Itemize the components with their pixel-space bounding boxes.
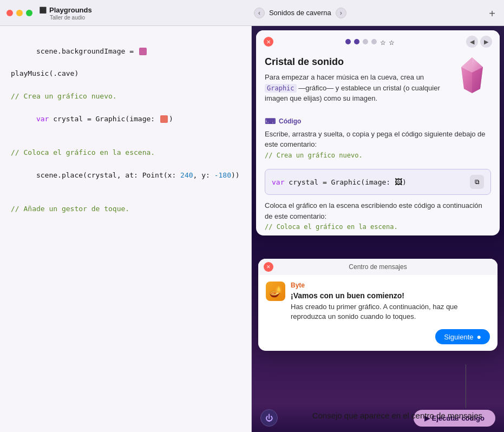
code-snippet-box: var crystal = Graphic(image: 🖼) ⧉ xyxy=(265,169,491,195)
code-section-badge: ⌨ Código xyxy=(265,117,491,126)
inline-code: Graphic xyxy=(265,84,297,93)
card-close-button[interactable]: ✕ xyxy=(264,37,273,47)
nav-title: Sonidos de caverna xyxy=(269,9,331,17)
app-title: ▦ Playgrounds xyxy=(39,5,92,15)
run-icon-button[interactable]: ⏻ xyxy=(260,409,278,427)
code-editor[interactable]: scene.backgroundImage = playMusic(.cave)… xyxy=(0,26,252,432)
annotation-text: Consejo que aparece en el centro de mens… xyxy=(312,410,482,421)
notification-sender: Byte xyxy=(291,282,490,289)
notification-card: ✕ Centro de mensajes 🪔 Byte ¡Vamos con u… xyxy=(258,259,498,351)
comment-code-2: // Coloca el gráfico en la escena. xyxy=(265,223,398,231)
code-line-3: var crystal = Graphic(image: ) xyxy=(11,102,240,136)
notification-header: ✕ Centro de mensajes xyxy=(258,259,498,275)
code-line-empty-1 xyxy=(11,80,240,91)
siguiente-button[interactable]: Siguiente ● xyxy=(435,329,490,344)
notification-text: Has creado tu primer gráfico. A continua… xyxy=(291,302,490,322)
progress-bar-row: ✕ ☆ ☆ ◀ ▶ xyxy=(256,30,500,51)
card-nav: ◀ ▶ xyxy=(466,36,492,48)
notification-close-button[interactable]: ✕ xyxy=(264,262,273,272)
traffic-lights xyxy=(6,10,32,16)
code-comment-3: // Añade un gestor de toque. xyxy=(11,204,240,215)
add-button[interactable]: + xyxy=(489,8,495,20)
notification-title: ¡Vamos con un buen comienzo! xyxy=(291,291,490,300)
notification-body: 🪔 Byte ¡Vamos con un buen comienzo! Has … xyxy=(258,275,498,329)
crystal-icon xyxy=(160,115,168,123)
app-subtitle: Taller de audio xyxy=(50,15,85,21)
nav-prev-button[interactable]: ‹ xyxy=(254,8,265,18)
progress-dots: ☆ ☆ xyxy=(345,39,394,44)
code-line-empty-2 xyxy=(11,136,240,147)
code-snippet-text: var crystal = Graphic(image: 🖼) xyxy=(272,178,407,186)
instruction-text-2: Coloca el gráfico en la escena escribien… xyxy=(256,200,500,235)
dot-1 xyxy=(345,39,351,44)
annotation-line xyxy=(466,364,466,408)
code-comment-2: // Coloca el gráfico en la escena. xyxy=(11,147,240,159)
byte-avatar: 🪔 xyxy=(266,282,285,301)
code-line-empty-3 xyxy=(11,192,240,204)
card-next-button[interactable]: ▶ xyxy=(480,36,492,48)
code-line-1: scene.backgroundImage = xyxy=(11,35,240,68)
nav-bar: ‹ Sonidos de caverna › xyxy=(254,8,346,18)
dot-star-2: ☆ xyxy=(389,39,394,44)
code-line-2: playMusic(.cave) xyxy=(11,68,240,80)
tooltip-annotation: Consejo que aparece en el centro de mens… xyxy=(312,364,488,421)
title-bar: ▦ Playgrounds Taller de audio ‹ Sonidos … xyxy=(0,0,504,26)
notification-content: Byte ¡Vamos con un buen comienzo! Has cr… xyxy=(291,282,490,322)
card-title: Cristal de sonido xyxy=(265,56,447,68)
siguiente-arrow-icon: ● xyxy=(477,332,481,341)
card-body: Cristal de sonido Para empezar a hacer m… xyxy=(256,51,500,112)
maximize-button[interactable] xyxy=(26,10,32,16)
code-line-4: scene.place(crystal, at: Point(x: 240, y… xyxy=(11,159,240,192)
crystal-image xyxy=(453,56,491,94)
code-icon: ⌨ xyxy=(265,117,276,126)
close-button[interactable] xyxy=(6,10,13,16)
copy-button[interactable]: ⧉ xyxy=(470,175,484,189)
minimize-button[interactable] xyxy=(16,10,23,16)
instruction-card: ✕ ☆ ☆ ◀ ▶ Cristal de sonido xyxy=(256,30,500,235)
notification-header-label: Centro de mensajes xyxy=(349,263,407,271)
code-comment-1: // Crea un gráfico nuevo. xyxy=(11,91,240,102)
card-text-section: Cristal de sonido Para empezar a hacer m… xyxy=(265,56,447,104)
dot-3 xyxy=(363,39,368,44)
dot-star-1: ☆ xyxy=(380,39,385,44)
notification-footer: Siguiente ● xyxy=(258,329,498,351)
image-icon xyxy=(139,48,147,55)
dot-4 xyxy=(371,39,377,44)
instruction-text-1: Escribe, arrastra y suelta, o copia y pe… xyxy=(256,129,500,165)
app-title-block: ▦ Playgrounds Taller de audio xyxy=(39,5,92,21)
card-description: Para empezar a hacer música en la cueva,… xyxy=(265,72,447,104)
nav-next-button[interactable]: › xyxy=(336,8,346,18)
card-prev-button[interactable]: ◀ xyxy=(466,36,478,48)
comment-code-1: // Crea un gráfico nuevo. xyxy=(265,152,363,159)
dot-2 xyxy=(354,39,359,44)
